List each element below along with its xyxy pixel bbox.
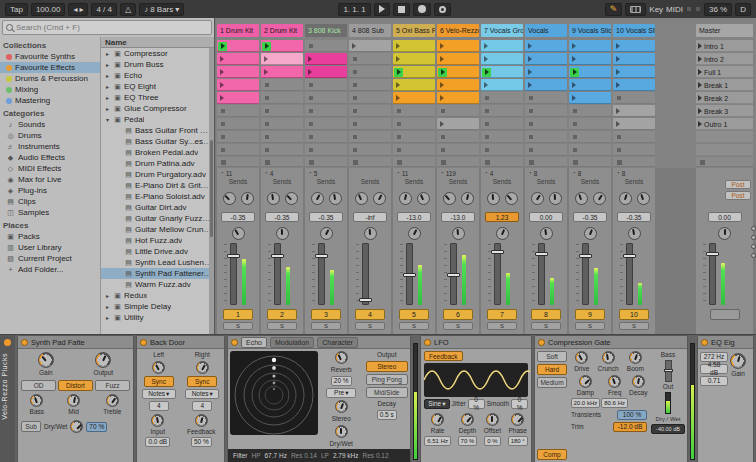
eq-eight-title-bar[interactable]: EQ Eig: [698, 336, 753, 349]
sub-toggle[interactable]: Sub: [21, 421, 41, 432]
clip[interactable]: [437, 53, 479, 65]
empty-clip-slot[interactable]: [305, 40, 347, 52]
volume-display[interactable]: -0.35: [221, 212, 255, 222]
name-column-header[interactable]: Name: [101, 37, 214, 48]
send-a-knob[interactable]: [355, 192, 368, 205]
clip-launch-icon[interactable]: [396, 43, 400, 49]
send-b-knob[interactable]: [461, 192, 474, 205]
scene-break-2[interactable]: Break 2: [696, 92, 753, 104]
device-activator-toggle[interactable]: [424, 339, 431, 346]
drive-knob[interactable]: [575, 351, 588, 364]
empty-clip-slot[interactable]: [525, 92, 567, 104]
phase-knob[interactable]: [511, 413, 524, 426]
browser-preset-drum-purgatory-adv[interactable]: ▤Drum Purgatory.adv: [101, 169, 214, 180]
clip[interactable]: [613, 105, 655, 117]
clip-launch-icon[interactable]: [264, 69, 268, 75]
browser-preset-e-piano-soloist-adv[interactable]: ▤E-Piano Soloist.adv: [101, 191, 214, 202]
clip-playing-icon[interactable]: [438, 68, 447, 77]
clip[interactable]: [437, 40, 479, 52]
pan-knob[interactable]: [584, 227, 597, 240]
clip[interactable]: [437, 118, 479, 130]
echo-title-bar[interactable]: Echo Modulation Character: [228, 336, 410, 349]
tap-tempo-button[interactable]: Tap: [5, 3, 28, 16]
clip[interactable]: [437, 92, 479, 104]
left-mode-dropdown[interactable]: Notes▾: [142, 389, 176, 399]
pan-knob[interactable]: [320, 227, 333, 240]
tab-echo[interactable]: Echo: [241, 337, 267, 348]
pan-knob[interactable]: [628, 227, 641, 240]
solo-button[interactable]: S: [267, 322, 297, 330]
scene-intro-1[interactable]: Intro 1: [696, 40, 753, 52]
sidebar-item-midi-effects[interactable]: ◇MIDI Effects: [0, 163, 100, 174]
sidebar-item-user-library[interactable]: ▥User Library: [0, 242, 100, 253]
scene-launch-icon[interactable]: [698, 82, 702, 88]
browser-preset-little-drive-adv[interactable]: ▤Little Drive.adv: [101, 246, 214, 257]
mid-knob[interactable]: [67, 394, 80, 407]
drywet-knob[interactable]: [335, 425, 348, 438]
clip-launch-icon[interactable]: [484, 82, 488, 88]
solo-button[interactable]: S: [531, 322, 561, 330]
stereo-mode-button[interactable]: Stereo: [366, 361, 409, 372]
damp-value[interactable]: 20.0 kHz: [571, 398, 601, 408]
empty-clip-slot[interactable]: [525, 131, 567, 143]
decay-knob[interactable]: [632, 375, 645, 388]
playing-clip[interactable]: [569, 66, 611, 78]
fader-handle[interactable]: [579, 254, 592, 258]
volume-fader[interactable]: [525, 242, 567, 306]
empty-clip-slot[interactable]: [525, 144, 567, 156]
sidebar-item-audio-effects[interactable]: ◆Audio Effects: [0, 152, 100, 163]
fader-handle[interactable]: [271, 254, 284, 258]
device-activator-toggle[interactable]: [538, 339, 545, 346]
midi-map-button[interactable]: MIDI: [666, 5, 683, 14]
send-b-knob[interactable]: [549, 192, 562, 205]
clip-launch-icon[interactable]: [220, 82, 224, 88]
damp-knob[interactable]: [579, 375, 592, 388]
clip[interactable]: [481, 40, 523, 52]
fader-handle[interactable]: [623, 254, 636, 258]
clip[interactable]: [393, 53, 435, 65]
clip[interactable]: [569, 79, 611, 91]
sidebar-item-favourite-synths[interactable]: Favourite Synths: [0, 51, 100, 62]
search-input[interactable]: [16, 23, 208, 32]
browser-device-pedal[interactable]: ▾▣Pedal: [101, 114, 214, 125]
clip-launch-icon[interactable]: [616, 69, 620, 75]
output-gain-knob[interactable]: [730, 353, 746, 369]
device-activator-toggle[interactable]: [140, 339, 147, 346]
nudge-buttons[interactable]: ◂▸: [68, 3, 88, 16]
volume-display[interactable]: 0.00: [529, 212, 563, 222]
stop-all-clips-cell[interactable]: [696, 157, 753, 167]
tab-character[interactable]: Character: [317, 337, 358, 348]
track-activator[interactable]: 5: [399, 309, 429, 320]
clip[interactable]: [305, 66, 347, 78]
clip-stop-button[interactable]: [525, 157, 567, 167]
scene-launch-icon[interactable]: [698, 56, 702, 62]
pan-knob[interactable]: [540, 227, 553, 240]
lfo-title-bar[interactable]: LFO: [421, 336, 531, 349]
browser-device-simple-delay[interactable]: ▸▣Simple Delay: [101, 301, 214, 312]
clip-stop-button[interactable]: [481, 157, 523, 167]
key-map-button[interactable]: Key: [649, 5, 663, 14]
hp-res-value[interactable]: Res 0.14: [291, 452, 317, 459]
clip-launch-icon[interactable]: [396, 82, 400, 88]
lp-res-value[interactable]: Res 0.12: [363, 452, 389, 459]
sidebar-item-packs[interactable]: ▣Packs: [0, 231, 100, 242]
clip-stop-button[interactable]: [613, 157, 655, 167]
empty-clip-slot[interactable]: [261, 79, 303, 91]
output-knob[interactable]: [95, 352, 111, 368]
playing-clip[interactable]: [437, 66, 479, 78]
reverb-knob[interactable]: [335, 351, 348, 364]
browser-device-redux[interactable]: ▸▣Redux: [101, 290, 214, 301]
clip-launch-icon[interactable]: [528, 69, 532, 75]
browser-device-compressor[interactable]: ▸▣Compressor: [101, 48, 214, 59]
browser-preset-warm-fuzz-adv[interactable]: ▤Warm Fuzz.adv: [101, 279, 214, 290]
feedback-knob[interactable]: [195, 414, 208, 427]
empty-clip-slot[interactable]: [261, 92, 303, 104]
metronome-toggle[interactable]: △: [120, 3, 136, 16]
volume-fader[interactable]: [437, 242, 479, 306]
sidebar-item-add-folder[interactable]: +Add Folder...: [0, 264, 100, 275]
volume-fader[interactable]: [349, 242, 391, 306]
solo-button[interactable]: S: [619, 322, 649, 330]
clip-playing-icon[interactable]: [394, 68, 403, 77]
bass-slider[interactable]: [665, 360, 672, 382]
left-step-value[interactable]: 4: [149, 401, 169, 411]
